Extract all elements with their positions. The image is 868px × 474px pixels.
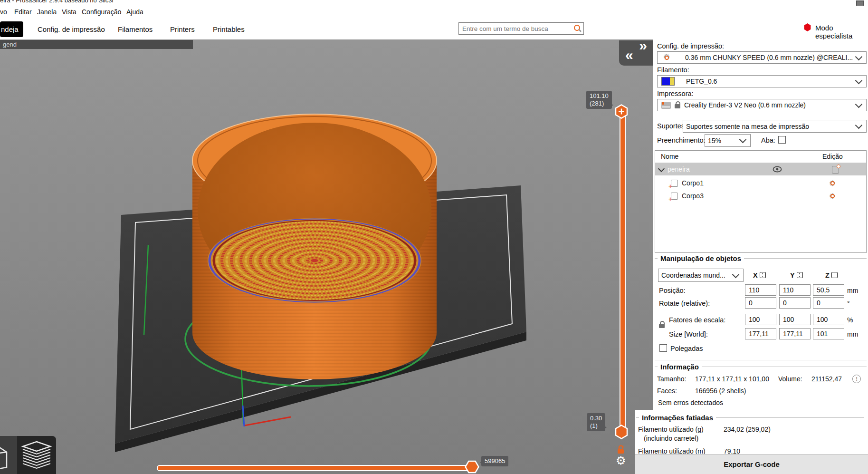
position-y-input[interactable] [779, 284, 811, 296]
column-name: Nome [661, 153, 678, 160]
menu-edit[interactable]: Editar [14, 8, 32, 16]
size-info-label: Tamanho: [657, 375, 686, 383]
sliced-info-panel: Informações fatiadas Filamento utilizado… [635, 410, 868, 474]
export-gcode-button[interactable]: Exportar G-code [635, 454, 868, 474]
column-edit: Edição [822, 153, 843, 160]
search-input[interactable] [459, 25, 573, 32]
position-x-input[interactable] [745, 284, 776, 296]
scale-z-input[interactable] [813, 314, 844, 325]
cube-icon [0, 436, 17, 474]
position-unit: mm [847, 287, 858, 294]
print-config-select[interactable]: ⚙ 0.36 mm CHUNKY SPEED (0.6 mm nozzle) @… [657, 51, 867, 64]
brim-label: Aba: [761, 136, 775, 144]
brim-checkbox[interactable] [778, 136, 786, 144]
filament-select[interactable]: PETG_0.6 [657, 75, 867, 87]
legend-bar[interactable]: gend [0, 40, 193, 49]
collapse-sidebar-button[interactable]: » « [619, 40, 653, 66]
preview-view-button[interactable] [17, 436, 56, 474]
layer-slider-track[interactable] [620, 111, 626, 434]
axis-z-header: Z [825, 271, 838, 279]
infill-select[interactable]: 15% [705, 134, 751, 147]
layers-icon [17, 436, 56, 474]
chevron-down-icon [855, 53, 863, 60]
size-label: Size [World]: [669, 330, 708, 338]
search-box[interactable] [458, 22, 584, 35]
rotate-x-input[interactable] [745, 297, 776, 309]
position-z-input[interactable] [813, 284, 844, 296]
search-icon[interactable] [573, 24, 582, 33]
size-info-value: 177,11 x 177,11 x 101,00 [695, 375, 769, 383]
coordinate-system-select[interactable]: Coordenadas mund... [658, 269, 744, 282]
slider-settings-gear-icon[interactable]: ⚙ [616, 454, 626, 467]
chevron-down-icon [855, 77, 863, 84]
rotate-unit: ° [847, 300, 850, 307]
volume-label: Volume: [778, 375, 802, 383]
divider [655, 360, 867, 360]
inches-checkbox[interactable] [659, 344, 667, 352]
faces-value: 166956 (2 shells) [695, 387, 746, 395]
viewport-3d[interactable]: gend » « 101.10 (281) 0.30 (1) ⚙ [0, 39, 653, 474]
chevron-down-icon [855, 100, 863, 108]
tab-print-settings[interactable]: Config. de impressão [38, 22, 105, 36]
menu-file[interactable]: vo [0, 8, 7, 16]
viewport-3d-scene[interactable] [0, 39, 653, 474]
part-settings-gear-icon[interactable]: ⚙ [828, 179, 837, 188]
menu-view[interactable]: Vista [62, 8, 76, 16]
tree-row-part[interactable]: Corpo3 ⚙ [655, 190, 866, 202]
tab-printers[interactable]: Printers [170, 22, 195, 36]
volume-info-icon[interactable]: ! [852, 375, 861, 383]
moves-slider-track[interactable] [157, 465, 474, 471]
rotate-z-input[interactable] [813, 297, 844, 309]
scale-lock-icon[interactable] [659, 324, 665, 328]
including-spool-note: (incluindo carretel) [644, 435, 698, 442]
inches-label: Polegadas [670, 345, 703, 352]
moves-slider-tooltip: 599065 [481, 456, 508, 466]
tab-plater[interactable]: ndeja [0, 21, 23, 37]
axis-x-line [245, 417, 291, 426]
tab-printables[interactable]: Printables [213, 22, 245, 36]
window-control-icon[interactable] [856, 0, 864, 6]
menu-help[interactable]: Ajuda [126, 8, 143, 16]
scale-x-input[interactable] [745, 314, 776, 325]
size-x-input[interactable] [745, 328, 776, 339]
part-settings-gear-icon[interactable]: ⚙ [828, 192, 837, 201]
filament-label: Filamento: [657, 66, 689, 74]
rotate-y-input[interactable] [779, 297, 811, 309]
object-tree: Nome Edição peneira Corpo1 ⚙ Corpo3 [655, 150, 867, 253]
layer-slider-top-tooltip: 101.10 (281) [586, 91, 612, 109]
layer-slider-top-handle[interactable] [615, 104, 628, 119]
supports-select[interactable]: Suportes somente na mesa de impressão [683, 120, 867, 133]
chevron-down-icon [732, 271, 740, 278]
chevron-down-icon [855, 122, 863, 129]
chevron-down-icon[interactable] [658, 165, 665, 172]
faces-label: Faces: [657, 387, 677, 395]
infill-label: Preenchimento: [657, 136, 706, 144]
edit-object-icon[interactable] [832, 166, 839, 174]
model-mesh-floor [208, 218, 421, 303]
info-section-title: Informação [655, 363, 867, 371]
sidebar: Config. de impressão: ⚙ 0.36 mm CHUNKY S… [653, 39, 868, 474]
editor-view-button[interactable] [0, 436, 17, 474]
eye-icon[interactable] [773, 166, 782, 173]
menu-window[interactable]: Janela [37, 8, 57, 16]
printer-select[interactable]: Creality Ender-3 V2 Neo (0.6 mm nozzle) [657, 99, 867, 111]
part-cube-icon [671, 193, 678, 200]
object-tree-header: Nome Edição [655, 151, 866, 163]
size-y-input[interactable] [779, 328, 811, 339]
axis-frame-icon [831, 272, 838, 278]
axis-frame-icon [760, 272, 766, 278]
expert-mode-label: Modo especialista [815, 24, 868, 40]
printer-icon [661, 102, 671, 109]
scale-y-input[interactable] [779, 314, 811, 325]
axis-x-header: X [753, 271, 766, 279]
tree-row-object[interactable]: peneira [655, 163, 866, 175]
model-cylinder[interactable] [185, 111, 441, 386]
layer-slider-bottom-handle[interactable] [615, 425, 628, 439]
menu-configuration[interactable]: Configuração [82, 8, 121, 16]
filament-used-g-label: Filamento utilizado (g) [638, 426, 704, 433]
size-z-input[interactable] [813, 328, 844, 339]
tab-filaments[interactable]: Filamentos [118, 22, 153, 36]
axis-y-header: Y [790, 271, 803, 279]
tree-row-part[interactable]: Corpo1 ⚙ [655, 177, 866, 189]
layer-range-unlock-icon[interactable] [616, 445, 627, 455]
